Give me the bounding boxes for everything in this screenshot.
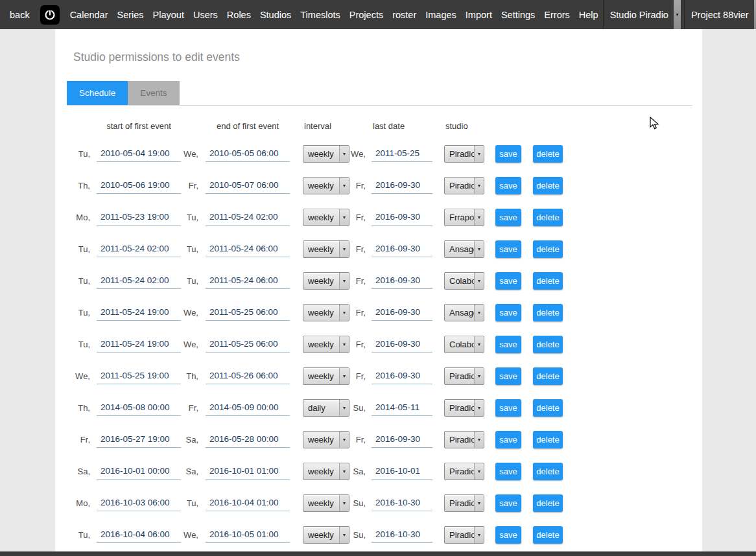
end-datetime-input[interactable] [206, 337, 290, 353]
studio-dropdown[interactable]: Studio Piradio ▾ [603, 0, 681, 29]
save-button[interactable]: save [495, 240, 521, 258]
end-datetime-input[interactable] [206, 242, 290, 257]
delete-button[interactable]: delete [533, 272, 563, 290]
end-datetime-input[interactable] [206, 178, 290, 194]
save-button[interactable]: save [495, 177, 521, 194]
save-button[interactable]: save [495, 145, 521, 163]
start-datetime-input[interactable] [97, 178, 181, 194]
studio-select[interactable]: Colabo ▼ [444, 336, 484, 353]
start-datetime-input[interactable] [97, 464, 181, 480]
interval-select[interactable]: weekly ▼ [303, 272, 349, 290]
start-datetime-input[interactable] [97, 273, 181, 289]
save-button[interactable]: save [495, 399, 521, 417]
delete-button[interactable]: delete [533, 367, 563, 385]
delete-button[interactable]: delete [533, 526, 563, 544]
start-datetime-input[interactable] [97, 146, 181, 162]
save-button[interactable]: save [495, 431, 521, 448]
last-date-input[interactable] [372, 273, 432, 289]
last-date-input[interactable] [372, 146, 432, 162]
nav-item-studios[interactable]: Studios [255, 10, 296, 20]
nav-item-help[interactable]: Help [574, 10, 603, 20]
start-datetime-input[interactable] [97, 242, 181, 257]
last-date-input[interactable] [372, 432, 432, 448]
save-button[interactable]: save [495, 209, 521, 226]
nav-item-timeslots[interactable]: Timeslots [296, 10, 345, 20]
delete-button[interactable]: delete [533, 494, 563, 512]
end-datetime-input[interactable] [206, 369, 290, 384]
interval-select[interactable]: weekly ▼ [303, 367, 349, 385]
save-button[interactable]: save [495, 272, 521, 290]
end-datetime-input[interactable] [206, 146, 290, 162]
save-button[interactable]: save [495, 304, 521, 321]
nav-item-roster[interactable]: roster [388, 10, 421, 20]
delete-button[interactable]: delete [533, 240, 563, 258]
studio-select[interactable]: Piradio ▼ [444, 526, 484, 544]
studio-select[interactable]: Piradio ▼ [444, 431, 484, 448]
delete-button[interactable]: delete [533, 463, 563, 480]
save-button[interactable]: save [495, 336, 521, 353]
last-date-input[interactable] [372, 527, 432, 543]
nav-item-users[interactable]: Users [189, 10, 222, 20]
last-date-input[interactable] [372, 464, 432, 480]
last-date-input[interactable] [372, 242, 432, 257]
end-datetime-input[interactable] [206, 400, 290, 416]
nav-item-projects[interactable]: Projects [345, 10, 388, 20]
nav-item-roles[interactable]: Roles [222, 10, 255, 20]
studio-select[interactable]: Piradio ▼ [444, 145, 484, 163]
last-date-input[interactable] [372, 337, 432, 353]
interval-select[interactable]: weekly ▼ [303, 431, 349, 448]
studio-select[interactable]: Ansage ▼ [444, 304, 484, 321]
interval-select[interactable]: weekly ▼ [303, 526, 349, 544]
start-datetime-input[interactable] [97, 369, 181, 384]
nav-item-back[interactable]: back [5, 10, 34, 20]
delete-button[interactable]: delete [533, 431, 563, 448]
start-datetime-input[interactable] [97, 496, 181, 511]
interval-select[interactable]: weekly ▼ [303, 240, 349, 258]
interval-select[interactable]: weekly ▼ [303, 209, 349, 226]
end-datetime-input[interactable] [206, 210, 290, 226]
start-datetime-input[interactable] [97, 432, 181, 448]
last-date-input[interactable] [372, 178, 432, 194]
nav-item-calendar[interactable]: Calendar [65, 10, 113, 20]
save-button[interactable]: save [495, 463, 521, 480]
last-date-input[interactable] [372, 210, 432, 226]
nav-item-import[interactable]: Import [461, 10, 497, 20]
start-datetime-input[interactable] [97, 527, 181, 543]
last-date-input[interactable] [372, 369, 432, 384]
interval-select[interactable]: weekly ▼ [303, 177, 349, 194]
delete-button[interactable]: delete [533, 177, 563, 194]
delete-button[interactable]: delete [533, 304, 563, 321]
end-datetime-input[interactable] [206, 432, 290, 448]
delete-button[interactable]: delete [533, 336, 563, 353]
tab-events[interactable]: Events [128, 81, 179, 105]
nav-item-errors[interactable]: Errors [539, 10, 574, 20]
last-date-input[interactable] [372, 400, 432, 416]
end-datetime-input[interactable] [206, 464, 290, 480]
studio-select[interactable]: Ansage ▼ [444, 240, 484, 258]
interval-select[interactable]: weekly ▼ [303, 145, 349, 163]
save-button[interactable]: save [495, 367, 521, 385]
studio-select[interactable]: Piradio ▼ [444, 463, 484, 480]
nav-item-settings[interactable]: Settings [497, 10, 539, 20]
delete-button[interactable]: delete [533, 145, 563, 163]
studio-select[interactable]: Colabo ▼ [444, 272, 484, 290]
last-date-input[interactable] [372, 496, 432, 511]
studio-select[interactable]: Piradio ▼ [444, 177, 484, 194]
save-button[interactable]: save [495, 526, 521, 544]
radio-logo-icon[interactable] [40, 5, 60, 25]
end-datetime-input[interactable] [206, 496, 290, 511]
delete-button[interactable]: delete [533, 399, 563, 417]
end-datetime-input[interactable] [206, 273, 290, 289]
save-button[interactable]: save [495, 494, 521, 512]
interval-select[interactable]: daily ▼ [303, 399, 349, 417]
end-datetime-input[interactable] [206, 527, 290, 543]
start-datetime-input[interactable] [97, 305, 181, 321]
studio-select[interactable]: Piradio ▼ [444, 367, 484, 385]
start-datetime-input[interactable] [97, 400, 181, 416]
interval-select[interactable]: weekly ▼ [303, 336, 349, 353]
end-datetime-input[interactable] [206, 305, 290, 321]
interval-select[interactable]: weekly ▼ [303, 494, 349, 512]
tab-schedule[interactable]: Schedule [67, 81, 128, 105]
delete-button[interactable]: delete [533, 209, 563, 226]
last-date-input[interactable] [372, 305, 432, 321]
